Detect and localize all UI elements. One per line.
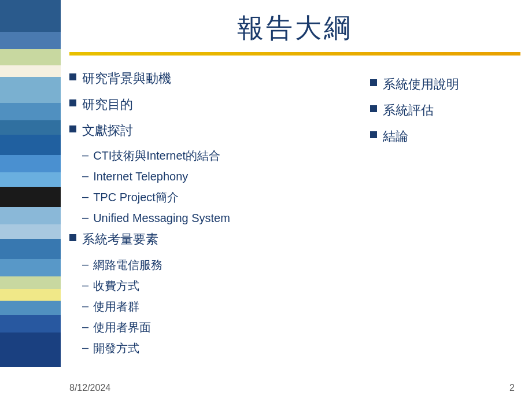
bullet-text-1: 研究背景與動機	[82, 70, 171, 88]
bar-seg-17	[0, 289, 61, 301]
bar-seg-1	[0, 0, 61, 32]
bar-seg-9	[0, 155, 61, 172]
left-decorative-bar	[0, 0, 61, 399]
sub-item-4-4: – 使用者界面	[82, 319, 359, 335]
dash-icon: –	[82, 279, 88, 292]
bar-seg-12	[0, 207, 61, 224]
sub-item-3-3: – TPC Project簡介	[82, 189, 359, 205]
title-area: 報告大綱	[0, 0, 532, 52]
bullet-item-1: 研究背景與動機	[69, 70, 359, 88]
bullet-item-3: 文獻探討	[69, 122, 359, 140]
bullet-text-3: 文獻探討	[82, 122, 133, 140]
bar-seg-5	[0, 77, 61, 103]
bar-seg-15	[0, 259, 61, 276]
slide: 報告大綱 研究背景與動機 研究目的 文獻探討 –	[0, 0, 532, 399]
bullet-square-icon	[370, 105, 377, 112]
dash-icon: –	[82, 320, 88, 334]
bar-seg-6	[0, 103, 61, 120]
sub-item-4-5: – 開發方式	[82, 340, 359, 356]
bullet-text-r3: 結論	[383, 128, 408, 146]
sub-item-4-1: – 網路電信服務	[82, 257, 359, 273]
dash-icon: –	[82, 149, 88, 162]
dash-icon: –	[82, 300, 88, 313]
bar-seg-3	[0, 49, 61, 65]
sub-text-3-1: CTI技術與Internet的結合	[93, 147, 220, 164]
bullet-square-icon	[69, 234, 76, 241]
bullet-item-r2: 系統評估	[370, 102, 515, 120]
footer-date: 8/12/2024	[69, 383, 110, 393]
dash-icon: –	[82, 341, 88, 354]
right-column: 系統使用說明 系統評估 結論	[370, 70, 515, 376]
sub-item-3-4: – Unified Messaging System	[82, 210, 359, 226]
bar-seg-2	[0, 32, 61, 49]
bar-seg-20	[0, 332, 61, 367]
bullet-text-4: 系統考量要素	[82, 231, 158, 249]
sub-item-4-3: – 使用者群	[82, 298, 359, 315]
left-column: 研究背景與動機 研究目的 文獻探討 – CTI技術與Internet的結合 – …	[69, 70, 370, 376]
bullet-item-r1: 系統使用說明	[370, 76, 515, 94]
bullet-text-2: 研究目的	[82, 96, 133, 114]
sub-item-3-1: – CTI技術與Internet的結合	[82, 147, 359, 164]
footer-page: 2	[509, 383, 515, 393]
sub-text-4-5: 開發方式	[93, 340, 139, 356]
bullet-item-2: 研究目的	[69, 96, 359, 114]
sub-text-3-4: Unified Messaging System	[93, 210, 230, 226]
sub-text-4-2: 收費方式	[93, 278, 139, 294]
bullet-text-r2: 系統評估	[383, 102, 434, 120]
bullet-text-r1: 系統使用說明	[383, 76, 459, 94]
bar-seg-11	[0, 187, 61, 207]
dash-icon: –	[82, 211, 88, 224]
bullet-item-4: 系統考量要素	[69, 231, 359, 249]
sub-text-4-1: 網路電信服務	[93, 257, 162, 273]
dash-icon: –	[82, 190, 88, 204]
sub-text-4-4: 使用者界面	[93, 319, 151, 335]
sub-item-4-2: – 收費方式	[82, 278, 359, 294]
sub-items-4: – 網路電信服務 – 收費方式 – 使用者群 – 使用者界面 – 開發方式	[82, 257, 359, 356]
bullet-square-icon	[69, 125, 76, 132]
bullet-square-icon	[69, 73, 76, 80]
slide-title: 報告大綱	[69, 10, 520, 46]
content-area: 研究背景與動機 研究目的 文獻探討 – CTI技術與Internet的結合 – …	[0, 56, 532, 399]
bar-seg-10	[0, 172, 61, 187]
bullet-square-icon	[69, 99, 76, 106]
footer: 8/12/2024 2	[69, 383, 515, 393]
dash-icon: –	[82, 258, 88, 271]
sub-text-3-2: Internet Telephony	[93, 168, 188, 184]
bullet-square-icon	[370, 79, 377, 86]
bar-seg-14	[0, 239, 61, 259]
sub-item-3-2: – Internet Telephony	[82, 168, 359, 184]
bar-seg-16	[0, 276, 61, 289]
sub-items-3: – CTI技術與Internet的結合 – Internet Telephony…	[82, 147, 359, 226]
bar-seg-19	[0, 315, 61, 332]
bar-seg-18	[0, 301, 61, 315]
bar-seg-13	[0, 224, 61, 239]
bullet-item-r3: 結論	[370, 128, 515, 146]
bullet-square-icon	[370, 131, 377, 138]
bar-seg-7	[0, 120, 61, 135]
bar-seg-4	[0, 65, 61, 77]
sub-text-3-3: TPC Project簡介	[93, 189, 179, 205]
sub-text-4-3: 使用者群	[93, 298, 139, 315]
bar-seg-8	[0, 135, 61, 155]
dash-icon: –	[82, 169, 88, 183]
